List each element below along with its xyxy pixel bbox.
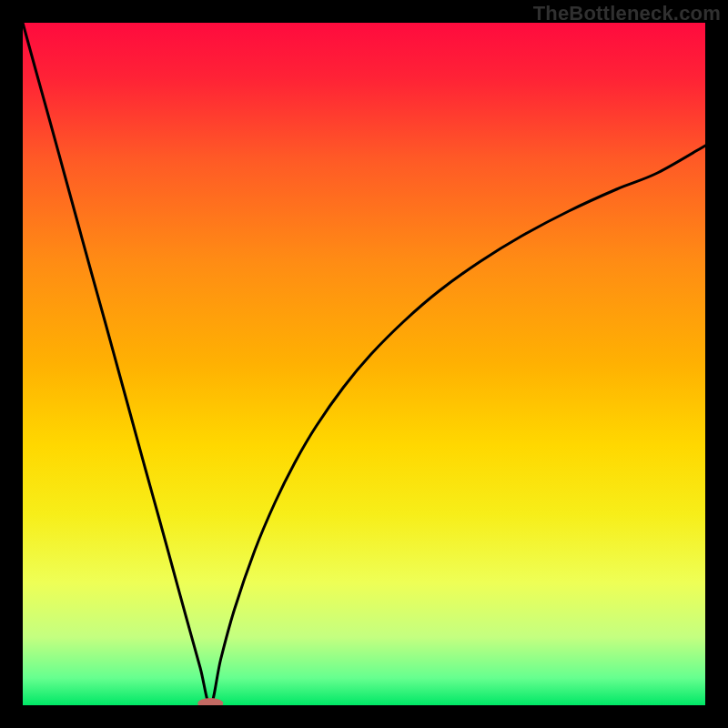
watermark-text: TheBottleneck.com xyxy=(533,2,721,25)
chart-frame: TheBottleneck.com xyxy=(0,0,728,728)
plot-area xyxy=(23,23,705,705)
chart-svg xyxy=(23,23,705,705)
